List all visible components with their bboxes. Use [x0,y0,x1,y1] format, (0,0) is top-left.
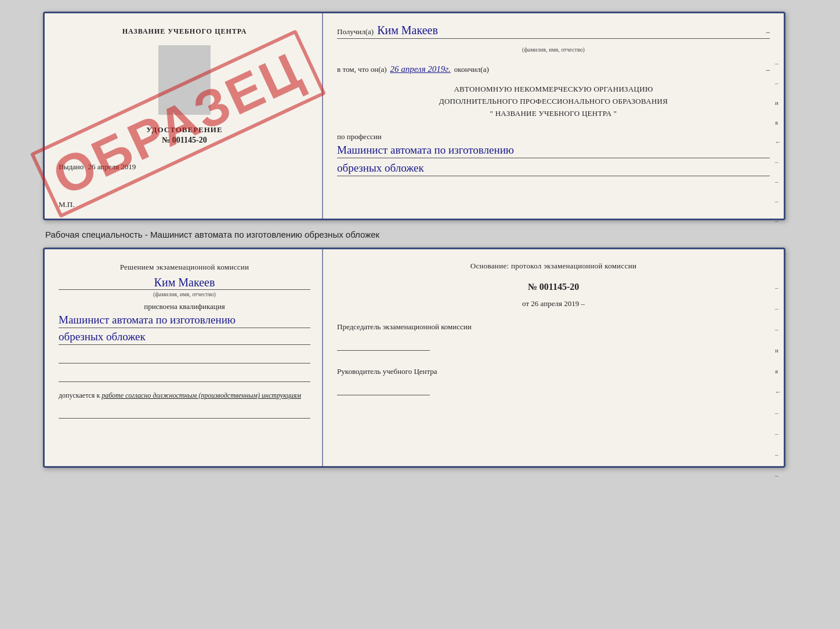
blank-line-2 [59,368,310,382]
qual-right-side-marks: – – – и я ← – – – – [775,284,781,479]
ot-label: от [522,299,529,308]
specialty-label: Рабочая специальность - Машинист автомат… [45,230,379,239]
fio-sub-cert: (фамилия, имя, отчество) [337,46,770,53]
qual-profession-line2: обрезных обложек [59,330,310,345]
org-line3: " НАЗВАНИЕ УЧЕБНОГО ЦЕНТРА " [337,108,770,120]
mp-label: М.П. [59,183,74,209]
predsedatel-label: Председатель экзаменационной комиссии [337,321,770,333]
org-line2: ДОПОЛНИТЕЛЬНОГО ПРОФЕССИОНАЛЬНОГО ОБРАЗО… [337,96,770,108]
rukovoditel-signature [337,381,430,395]
ot-date-value: 26 апреля 2019 [531,299,579,308]
cert-school-title: НАЗВАНИЕ УЧЕБНОГО ЦЕНТРА [122,27,247,36]
dopuskaetsya-label: допускается к [59,391,100,399]
document-wrapper: НАЗВАНИЕ УЧЕБНОГО ЦЕНТРА УДОСТОВЕРЕНИЕ №… [43,12,797,468]
cert-right-page: Получил(а) Ким Макеев – (фамилия, имя, о… [323,13,784,219]
udost-number: № 001145-20 [162,136,207,145]
org-line1: АВТОНОМНУЮ НЕКОММЕРЧЕСКУЮ ОРГАНИЗАЦИЮ [337,83,770,96]
ot-date: от 26 апреля 2019 – [337,299,770,308]
protocol-number: № 001145-20 [337,282,770,292]
ot-dash: – [581,299,585,308]
qual-name: Ким Макеев [59,276,310,289]
prisvoena-label: присвоена квалификация [59,302,310,311]
org-block: АВТОНОМНУЮ НЕКОММЕРЧЕСКУЮ ОРГАНИЗАЦИЮ ДО… [337,83,770,119]
qual-right-page: Основание: протокол экзаменационной коми… [323,249,784,466]
blank-line-3 [59,405,310,419]
dash2: – [766,65,770,74]
predsedatel-signature [337,337,430,351]
vydano-date: 26 апреля 2019 [88,162,136,171]
po-professii-section: по профессии Машинист автомата по изгото… [337,131,770,176]
recipient-name: Ким Макеев [377,24,438,37]
qual-profession-line1: Машинист автомата по изготовлению [59,314,310,328]
dash1: – [766,27,770,37]
osnovaniye-block: Основание: протокол экзаменационной коми… [337,260,770,272]
udost-label: УДОСТОВЕРЕНИЕ [146,125,222,134]
rukovoditel-block: Руководитель учебного Центра [337,366,770,395]
qualification-book: Решением экзаменационной комиссии Ким Ма… [43,248,785,468]
cert-left-page: НАЗВАНИЕ УЧЕБНОГО ЦЕНТРА УДОСТОВЕРЕНИЕ №… [45,13,323,219]
vtom-date: 26 апреля 2019г. [390,64,451,74]
predsedatel-block: Председатель экзаменационной комиссии [337,321,770,351]
certificate-book: НАЗВАНИЕ УЧЕБНОГО ЦЕНТРА УДОСТОВЕРЕНИЕ №… [43,12,785,220]
osnovaniye-text: Основание: протокол экзаменационной коми… [337,260,770,272]
blank-line-1 [59,350,310,363]
poluchil-row: Получил(а) Ким Макеев – [337,24,770,39]
resheniyem-block: Решением экзаменационной комиссии [59,261,310,274]
qual-fio-sub: (фамилия, имя, отчество) [59,289,310,297]
vydano-line: Выдано 26 апреля 2019 [59,162,310,172]
dopusk-italic: работе согласно должностным (производств… [102,391,301,399]
right-side-marks: – – и я ← – – – – [775,60,781,224]
photo-placeholder [158,45,211,115]
dopuskaetsya-block: допускается к работе согласно должностны… [59,391,310,400]
resheniyem-text: Решением экзаменационной комиссии [59,261,310,274]
cert-profession-line2: обрезных обложек [337,162,770,176]
rukovoditel-label: Руководитель учебного Центра [337,366,770,378]
vtom-label: в том, что он(а) [337,65,387,74]
po-professii-label: по профессии [337,132,382,141]
vydano-text: Выдано [59,162,84,171]
okonchil-label: окончил(а) [454,65,489,74]
poluchil-label: Получил(а) [337,27,374,37]
vtom-row: в том, что он(а) 26 апреля 2019г. окончи… [337,64,770,74]
qual-left-page: Решением экзаменационной комиссии Ким Ма… [45,249,323,466]
cert-profession-line1: Машинист автомата по изготовлению [337,144,770,158]
